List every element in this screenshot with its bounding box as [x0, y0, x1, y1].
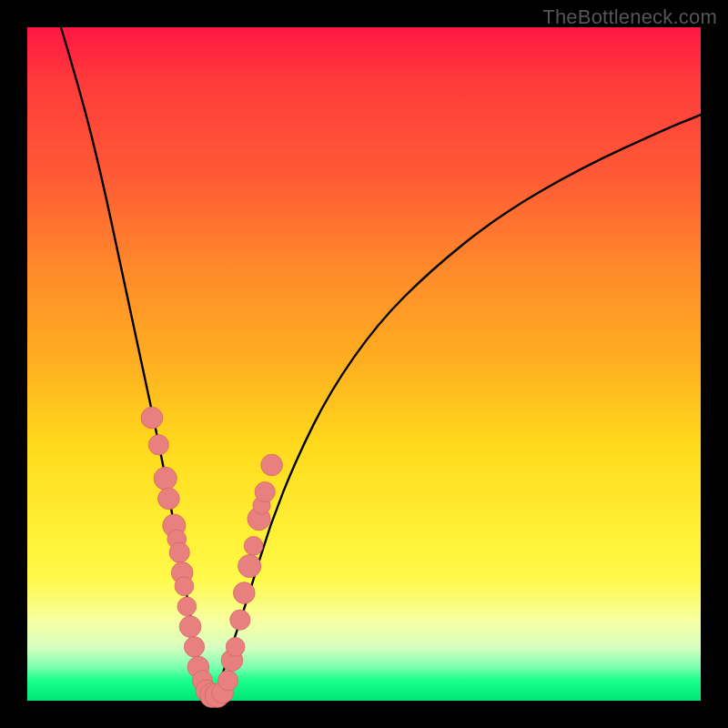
curve-marker	[158, 488, 180, 510]
curve-marker	[244, 536, 263, 555]
curve-marker	[261, 454, 283, 476]
curve-marker	[148, 435, 168, 455]
curve-marker	[226, 637, 245, 656]
curve-marker	[175, 577, 194, 596]
curve-marker	[238, 554, 261, 577]
curve-marker	[141, 407, 163, 429]
curve-marker	[177, 597, 197, 616]
curve-marker	[179, 616, 201, 638]
bottleneck-chart	[27, 27, 701, 701]
curve-marker	[233, 582, 255, 604]
curve-marker	[217, 671, 238, 691]
curve-marker	[230, 610, 250, 630]
curve-marker	[154, 467, 177, 490]
curve-marker	[169, 542, 189, 562]
bottleneck-curve	[61, 27, 701, 698]
curve-marker	[255, 482, 275, 502]
curve-marker	[184, 637, 204, 657]
watermark-text: TheBottleneck.com	[542, 5, 717, 29]
